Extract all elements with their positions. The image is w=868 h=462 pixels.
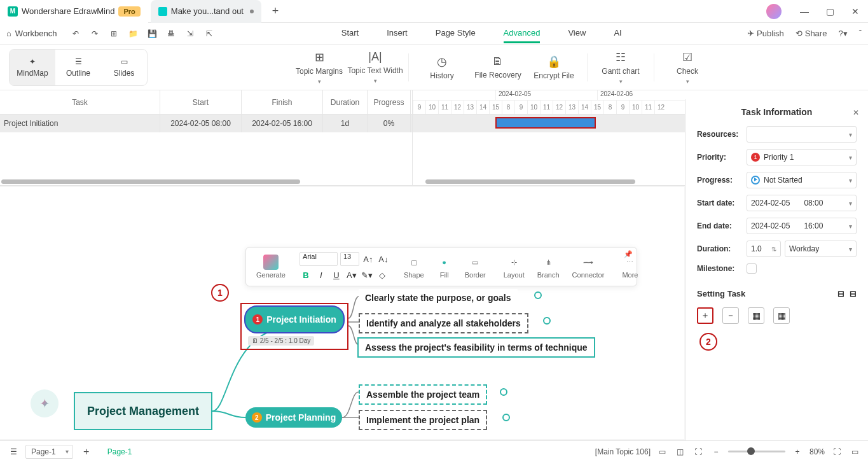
subtopic-implement[interactable]: Implement the project plan — [359, 410, 487, 430]
ai-heart-icon[interactable]: ✦ — [31, 389, 59, 417]
publish-button[interactable]: ✈Publish — [747, 29, 784, 38]
outline-toggle-button[interactable]: ☰ — [8, 446, 19, 458]
font-select[interactable]: Arial — [300, 252, 338, 266]
collapse-ribbon-button[interactable]: ˆ — [859, 29, 862, 38]
fit-to-screen-button[interactable]: ⛶ — [692, 446, 704, 458]
add-page-button[interactable]: + — [79, 445, 93, 459]
add-tab-button[interactable]: + — [266, 3, 284, 20]
pin-toolbar-button[interactable]: 📌 — [624, 250, 633, 258]
app-tab[interactable]: M Wondershare EdrawMind Pro — [0, 0, 148, 23]
grid-task-button-1[interactable]: ▦ — [748, 307, 764, 324]
print-button[interactable]: 🖶 — [165, 27, 177, 40]
view-mode-1-button[interactable]: ▭ — [657, 446, 668, 458]
topic-text-width-button[interactable]: |A|Topic Text Width▾ — [347, 50, 403, 84]
undo-button[interactable]: ↶ — [69, 27, 82, 40]
increase-font-button[interactable]: A↑ — [362, 253, 375, 265]
remove-task-button[interactable]: ⊟ — [850, 289, 857, 298]
topic-project-initiation[interactable]: 1 Project Initiation — [244, 305, 345, 333]
page-tab[interactable]: Page-1 — [100, 447, 140, 456]
italic-button[interactable]: I — [315, 269, 327, 281]
layout-button[interactable]: ⊹Layout — [500, 255, 528, 279]
connector-handle[interactable] — [502, 414, 510, 421]
subtopic-team[interactable]: Assemble the project team — [359, 384, 487, 405]
gantt-right-scrollbar[interactable] — [425, 179, 635, 184]
topic-project-initiation-selected[interactable]: 1 Project Initiation 🗓 2/5 - 2/5 : 1.0 D… — [240, 303, 348, 350]
fill-button[interactable]: ●Fill — [433, 255, 456, 279]
gantt-left-scrollbar[interactable] — [1, 179, 300, 184]
highlight-button[interactable]: ✎▾ — [361, 269, 373, 281]
font-size-select[interactable]: 13 — [340, 252, 359, 266]
generate-button[interactable]: Generate — [252, 255, 289, 279]
fullscreen-button[interactable]: ⛶ — [831, 446, 843, 458]
remove-task-button-2[interactable]: － — [722, 307, 739, 324]
view-outline[interactable]: ☰Outline — [55, 50, 101, 85]
grid-task-button-2[interactable]: ▦ — [773, 307, 790, 324]
font-color-button[interactable]: A▾ — [345, 269, 358, 281]
close-button[interactable]: ✕ — [843, 0, 868, 23]
file-recovery-button[interactable]: 🗎File Recovery — [470, 55, 526, 80]
progress-select[interactable]: Not Started▾ — [747, 172, 857, 188]
menu-view[interactable]: View — [568, 24, 586, 43]
underline-button[interactable]: U — [330, 269, 343, 281]
user-avatar[interactable] — [766, 4, 782, 19]
gantt-row[interactable]: Project Initiation 2024-02-05 08:00 2024… — [0, 115, 412, 132]
export-button[interactable]: ⇲ — [184, 27, 196, 40]
topic-project-planning[interactable]: 2 Project Planning — [245, 407, 342, 428]
shape-button[interactable]: ▢Shape — [400, 255, 428, 279]
workbench-button[interactable]: ⌂ Workbench — [6, 29, 57, 38]
new-button[interactable]: ⊞ — [107, 27, 120, 40]
menu-start[interactable]: Start — [341, 24, 359, 43]
pro-badge: Pro — [118, 6, 140, 17]
history-button[interactable]: ◷History — [414, 55, 470, 80]
root-node[interactable]: Project Management — [74, 392, 212, 430]
clear-format-button[interactable]: ◇ — [376, 269, 389, 281]
open-button[interactable]: 📁 — [127, 27, 139, 40]
gantt-chart-button[interactable]: ☷Gantt chart▾ — [593, 50, 649, 85]
minimize-button[interactable]: — — [792, 0, 817, 23]
connector-button[interactable]: ⟿Connector — [568, 255, 609, 279]
zoom-out-button[interactable]: − — [710, 446, 722, 458]
subtopic-feasibility[interactable]: Assess the project's feasibility in term… — [357, 337, 595, 358]
share-button[interactable]: ⟲Share — [796, 29, 827, 38]
close-panel-button[interactable]: ✕ — [853, 108, 859, 117]
menu-advanced[interactable]: Advanced — [504, 24, 541, 43]
duration-input[interactable]: 1.0⇅ — [747, 241, 781, 257]
maximize-button[interactable]: ▢ — [817, 0, 843, 23]
connector-handle[interactable] — [500, 388, 507, 396]
subtopic-stakeholders[interactable]: Identify and analyze all stakeholders — [359, 313, 528, 333]
menu-ai[interactable]: AI — [614, 24, 621, 43]
document-tab[interactable]: Make you...tand out — [151, 0, 261, 23]
start-date-select[interactable]: 2024-02-05 08:00▾ — [747, 195, 857, 211]
remove-all-tasks-button[interactable]: ⊟ — [837, 289, 844, 298]
border-button[interactable]: ▭Border — [461, 255, 490, 279]
topic-margins-button[interactable]: ⊞Topic Margins▾ — [291, 50, 347, 85]
end-date-select[interactable]: 2024-02-05 16:00▾ — [747, 218, 857, 234]
view-mindmap[interactable]: ✦MindMap — [10, 50, 55, 85]
menu-page-style[interactable]: Page Style — [436, 24, 476, 43]
priority-select[interactable]: 1Priority 1▾ — [747, 149, 857, 165]
connector-handle[interactable] — [534, 291, 542, 299]
redo-button[interactable]: ↷ — [88, 27, 101, 40]
zoom-slider[interactable] — [728, 451, 785, 452]
save-button[interactable]: 💾 — [146, 27, 158, 40]
resources-select[interactable]: ▾ — [747, 126, 857, 143]
help-button[interactable]: ?▾ — [838, 29, 847, 38]
encrypt-file-button[interactable]: 🔒Encrypt File — [526, 55, 582, 80]
menu-insert[interactable]: Insert — [387, 24, 408, 43]
branch-button[interactable]: ⋔Branch — [534, 255, 563, 279]
view-slides[interactable]: ▭Slides — [101, 50, 147, 85]
presentation-button[interactable]: ▭ — [849, 446, 860, 458]
milestone-checkbox[interactable] — [747, 263, 757, 274]
decrease-font-button[interactable]: A↓ — [377, 253, 390, 265]
check-button[interactable]: ☑Check▾ — [659, 50, 715, 85]
gantt-task-bar[interactable] — [495, 117, 596, 129]
page-selector[interactable]: Page-1▾ — [25, 445, 73, 459]
import-button[interactable]: ⇱ — [203, 27, 216, 40]
connector-handle[interactable] — [543, 317, 551, 325]
subtopic-goals[interactable]: Clearly state the purpose, or goals — [359, 289, 518, 307]
zoom-in-button[interactable]: + — [792, 446, 803, 458]
add-task-button[interactable]: ＋ — [697, 307, 713, 324]
duration-unit-select[interactable]: Workday▾ — [785, 241, 857, 257]
bold-button[interactable]: B — [300, 269, 312, 281]
view-mode-2-button[interactable]: ◫ — [675, 446, 686, 458]
